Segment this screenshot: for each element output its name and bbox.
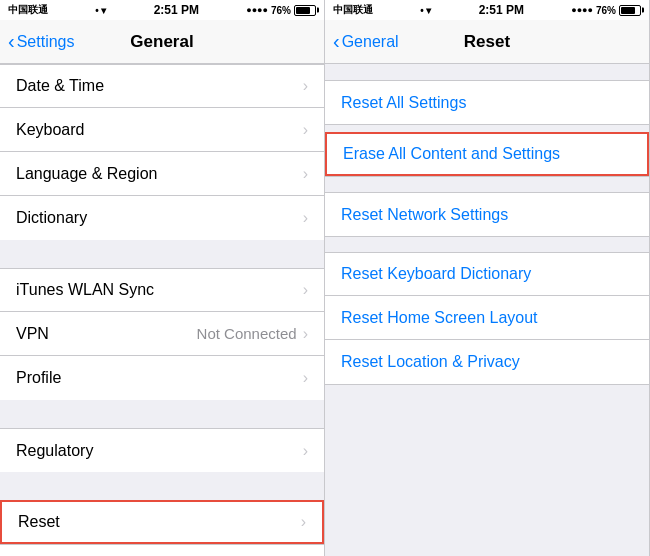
section-gap (0, 240, 324, 268)
item-label: Regulatory (16, 442, 303, 460)
reset-all-settings-item[interactable]: Reset All Settings (325, 80, 649, 124)
nav-title-left: General (130, 32, 193, 52)
status-bar-left: 中国联通 • ▾ 2:51 PM ●●●● 76% (0, 0, 324, 20)
section-gap (325, 236, 649, 252)
wifi-icon-left: • ▾ (95, 5, 106, 16)
chevron-right-icon: › (303, 165, 308, 183)
nav-title-right: Reset (464, 32, 510, 52)
item-label: Date & Time (16, 77, 303, 95)
reset-network-settings-item[interactable]: Reset Network Settings (325, 192, 649, 236)
right-panel: 中国联通 • ▾ 2:51 PM ●●●● 76% ‹ General Rese… (325, 0, 650, 556)
battery-percent-left: 76% (271, 5, 291, 16)
item-label: Reset Home Screen Layout (341, 309, 633, 327)
back-chevron-left: ‹ (8, 31, 15, 51)
section-gap (325, 124, 649, 132)
nav-bar-left: ‹ Settings General (0, 20, 324, 64)
list-item[interactable]: Keyboard › (0, 108, 324, 152)
item-label: Reset Keyboard Dictionary (341, 265, 633, 283)
list-item[interactable]: Language & Region › (0, 152, 324, 196)
section-gap (0, 400, 324, 428)
settings-list-left: Date & Time › Keyboard › Language & Regi… (0, 64, 324, 556)
section-gap (325, 64, 649, 80)
item-label: Reset All Settings (341, 94, 633, 112)
time-left: 2:51 PM (154, 3, 199, 17)
reset-home-screen-layout-item[interactable]: Reset Home Screen Layout (325, 296, 649, 340)
chevron-right-icon: › (303, 77, 308, 95)
status-bar-right: 中国联通 • ▾ 2:51 PM ●●●● 76% (325, 0, 649, 20)
item-label: iTunes WLAN Sync (16, 281, 303, 299)
chevron-right-icon: › (301, 513, 306, 531)
chevron-right-icon: › (303, 121, 308, 139)
shut-down-list-item[interactable]: Shut Down (0, 544, 324, 556)
empty-space (325, 384, 649, 556)
chevron-right-icon: › (303, 209, 308, 227)
battery-icons-left: ●●●● 76% (246, 5, 316, 16)
chevron-right-icon: › (303, 369, 308, 387)
erase-all-content-item[interactable]: Erase All Content and Settings (325, 132, 649, 176)
item-value: Not Connected (197, 325, 297, 342)
settings-list-right: Reset All Settings Erase All Content and… (325, 64, 649, 556)
list-item[interactable]: Date & Time › (0, 64, 324, 108)
signal-icon-right: ●●●● (571, 5, 593, 15)
carrier-right: 中国联通 (333, 3, 373, 17)
list-item[interactable]: Profile › (0, 356, 324, 400)
time-right: 2:51 PM (479, 3, 524, 17)
item-label: Reset Network Settings (341, 206, 633, 224)
list-item[interactable]: VPN Not Connected › (0, 312, 324, 356)
item-label: Reset Location & Privacy (341, 353, 633, 371)
battery-icons-right: ●●●● 76% (571, 5, 641, 16)
battery-icon-right (619, 5, 641, 16)
reset-list-item[interactable]: Reset › (0, 500, 324, 544)
item-label: Erase All Content and Settings (343, 145, 631, 163)
left-panel: 中国联通 • ▾ 2:51 PM ●●●● 76% ‹ Settings Gen… (0, 0, 325, 556)
chevron-right-icon: › (303, 281, 308, 299)
item-label: Keyboard (16, 121, 303, 139)
item-label: VPN (16, 325, 197, 343)
back-label-right: General (342, 33, 399, 51)
chevron-right-icon: › (303, 325, 308, 343)
item-label: Reset (18, 513, 301, 531)
back-button-right[interactable]: ‹ General (333, 32, 399, 51)
section-gap (0, 472, 324, 500)
list-item[interactable]: iTunes WLAN Sync › (0, 268, 324, 312)
reset-keyboard-dictionary-item[interactable]: Reset Keyboard Dictionary (325, 252, 649, 296)
item-label: Language & Region (16, 165, 303, 183)
signal-icon-left: ●●●● (246, 5, 268, 15)
list-item[interactable]: Regulatory › (0, 428, 324, 472)
battery-icon-left (294, 5, 316, 16)
reset-location-privacy-item[interactable]: Reset Location & Privacy (325, 340, 649, 384)
carrier-left: 中国联通 (8, 3, 48, 17)
section-gap (325, 176, 649, 192)
nav-bar-right: ‹ General Reset (325, 20, 649, 64)
wifi-icon-right: • ▾ (420, 5, 431, 16)
item-label: Dictionary (16, 209, 303, 227)
list-item[interactable]: Dictionary › (0, 196, 324, 240)
back-label-left: Settings (17, 33, 75, 51)
back-button-left[interactable]: ‹ Settings (8, 32, 74, 51)
back-chevron-right: ‹ (333, 31, 340, 51)
item-label: Profile (16, 369, 303, 387)
battery-percent-right: 76% (596, 5, 616, 16)
chevron-right-icon: › (303, 442, 308, 460)
